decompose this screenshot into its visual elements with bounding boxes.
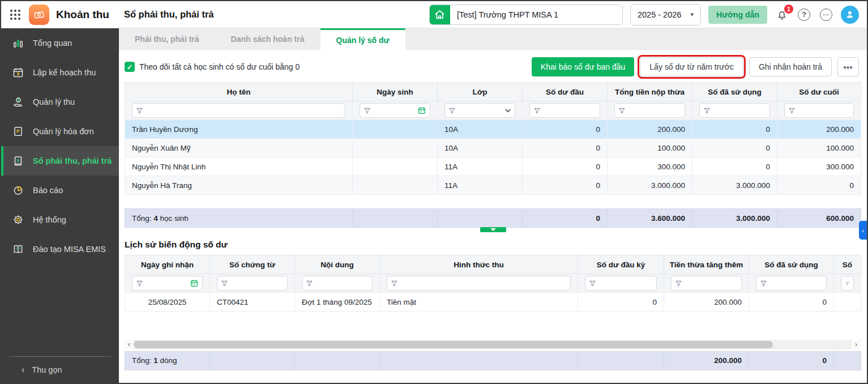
declare-opening-balance-button[interactable]: Khai báo số dư ban đầu bbox=[532, 57, 635, 76]
cell-dob bbox=[353, 157, 438, 176]
help-circle-button[interactable]: ? bbox=[797, 7, 811, 22]
column-header[interactable]: Số chứng từ bbox=[210, 255, 295, 274]
ledger-icon: $ bbox=[12, 155, 24, 167]
filter-funnel-icon bbox=[704, 108, 710, 114]
filter-input-sodasudung2[interactable] bbox=[756, 276, 827, 291]
table-row[interactable]: Nguyễn Thị Nhật Linh 11A 0 300.000 0 300… bbox=[125, 157, 861, 176]
calendar-money-icon: $ bbox=[12, 67, 24, 78]
chevron-left-icon: ‹ bbox=[22, 365, 24, 375]
cell-opening: 0 bbox=[523, 176, 608, 195]
column-header[interactable]: Hình thức thu bbox=[380, 255, 578, 274]
filter-input-noidung[interactable] bbox=[302, 276, 373, 291]
scroll-left-arrow[interactable]: ‹ bbox=[125, 340, 134, 349]
side-panel-expand-tab[interactable]: ‹ bbox=[859, 221, 867, 240]
more-menu-button[interactable]: ··· bbox=[819, 7, 833, 22]
filter-input-sochungtu[interactable] bbox=[217, 276, 288, 291]
sidebar-item-bao-cao[interactable]: Báo cáo bbox=[1, 176, 119, 205]
check-icon: ✓ bbox=[125, 62, 135, 72]
filter-input-sodudauky[interactable] bbox=[585, 276, 657, 291]
column-header[interactable]: Số bbox=[834, 255, 861, 274]
scrollbar-thumb[interactable] bbox=[134, 341, 773, 348]
follow-zero-balance-checkbox[interactable]: ✓ Theo dõi tất cả học sinh có số dư cuối… bbox=[125, 62, 300, 72]
sidebar-item-label: Lập kế hoạch thu bbox=[33, 68, 96, 77]
total-opening: 0 bbox=[523, 209, 608, 228]
filter-input-sodudau[interactable] bbox=[529, 103, 600, 118]
table-row[interactable]: Trần Huyền Dương 10A 0 200.000 0 200.000 bbox=[125, 120, 861, 139]
column-header[interactable]: Tiền thừa tăng thêm bbox=[664, 255, 749, 274]
filter-input-ngayghinhan[interactable] bbox=[132, 276, 203, 291]
sidebar-item-quan-ly-thu[interactable]: $ Quản lý thu bbox=[1, 87, 119, 117]
sidebar-item-tong-quan[interactable]: Tổng quan bbox=[1, 28, 119, 58]
filter-select-lop[interactable] bbox=[444, 103, 515, 118]
totals-label: Tổng: 1 dòng bbox=[125, 351, 210, 370]
cell-overpaid: 300.000 bbox=[608, 157, 692, 176]
column-header[interactable]: Ngày sinh bbox=[353, 83, 438, 101]
total-added: 200.000 bbox=[664, 351, 749, 370]
app-launcher-icon[interactable] bbox=[9, 8, 22, 21]
cell-opening: 0 bbox=[523, 157, 608, 176]
svg-text:$: $ bbox=[17, 71, 20, 76]
totals-label: Tổng: 4 học sinh bbox=[125, 209, 353, 228]
column-header[interactable]: Số dư cuối bbox=[777, 83, 861, 101]
table-row[interactable]: Nguyễn Hà Trang 11A 0 3.000.000 3.000.00… bbox=[125, 176, 861, 195]
svg-text:$: $ bbox=[17, 158, 20, 163]
hand-money-icon: $ bbox=[12, 96, 24, 108]
get-balance-from-previous-year-button[interactable]: Lấy số dư từ năm trước bbox=[640, 57, 743, 76]
sidebar-item-label: Tổng quan bbox=[33, 39, 72, 48]
column-header[interactable]: Lớp bbox=[438, 83, 523, 101]
column-header[interactable]: Ngày ghi nhận bbox=[125, 255, 210, 274]
filter-funnel-icon bbox=[306, 280, 313, 287]
column-header[interactable]: Số dư đầu bbox=[523, 83, 608, 101]
cell-used: 0 bbox=[692, 157, 777, 176]
record-refund-button[interactable]: Ghi nhận hoàn trả bbox=[749, 57, 832, 76]
scroll-right-arrow[interactable]: › bbox=[852, 340, 861, 349]
filter-input-sodasudung[interactable] bbox=[699, 103, 770, 118]
sidebar-item-dao-tao-misa-emis[interactable]: Đào tạo MISA EMIS bbox=[1, 234, 119, 264]
tab-phai-thu-phai-tra[interactable]: Phải thu, phải trả bbox=[119, 28, 215, 50]
table-row[interactable]: 25/08/2025 CT00421 Đợt 1 tháng 09/2025 T… bbox=[125, 293, 861, 312]
cell-opening: 0 bbox=[523, 120, 608, 139]
cell-dob bbox=[353, 139, 438, 157]
guide-button[interactable]: Hướng dẫn bbox=[708, 6, 767, 24]
tab-quan-ly-so-du[interactable]: Quản lý số dư bbox=[320, 28, 405, 50]
cell-date: 25/08/2025 bbox=[125, 293, 210, 312]
column-header[interactable]: Số dư đầu kỳ bbox=[578, 255, 664, 274]
notification-badge: 1 bbox=[784, 5, 793, 14]
question-icon: ? bbox=[798, 8, 810, 21]
sidebar-collapse[interactable]: ‹ Thu gọn bbox=[1, 356, 119, 383]
history-table-filter-row bbox=[125, 274, 861, 293]
tab-danh-sach-hoan-tra[interactable]: Danh sách hoàn trả bbox=[215, 28, 320, 50]
filter-input-ngaysinh[interactable] bbox=[360, 103, 430, 118]
more-actions-button[interactable]: ••• bbox=[837, 57, 859, 76]
school-selector[interactable]: [Test] Trường THPT MISA 1 bbox=[429, 5, 623, 25]
column-header[interactable]: Tổng tiền nộp thừa bbox=[608, 83, 692, 101]
page-title: Sổ phải thu, phải trả bbox=[124, 9, 214, 20]
cell-used: 0 bbox=[749, 293, 834, 312]
user-icon bbox=[844, 9, 856, 20]
user-avatar[interactable] bbox=[841, 6, 859, 24]
scrollbar-track[interactable] bbox=[134, 340, 852, 349]
filter-input-tongtiennopthua[interactable] bbox=[614, 103, 685, 118]
filter-input-tienthuatangthem[interactable] bbox=[671, 276, 742, 291]
balance-table: Họ tên Ngày sinh Lớp Số dư đầu Tổng tiền… bbox=[125, 82, 861, 228]
sidebar-item-he-thong[interactable]: Hệ thống bbox=[1, 205, 119, 234]
table-row[interactable]: Nguyễn Xuân Mỹ 10A 0 100.000 0 100.000 bbox=[125, 139, 861, 157]
column-header[interactable]: Số đã sử dụng bbox=[692, 83, 777, 101]
filter-input-soducuoi[interactable] bbox=[784, 103, 854, 118]
filter-input-cutoff[interactable] bbox=[841, 276, 854, 291]
sidebar-item-quan-ly-hoa-don[interactable]: Quản lý hóa đơn bbox=[1, 117, 119, 146]
notifications-button[interactable]: 1 bbox=[775, 7, 789, 22]
column-header[interactable]: Số đã sử dụng bbox=[749, 255, 834, 274]
filter-input-hinhthucthu[interactable] bbox=[387, 276, 571, 291]
khoan-thu-app-icon[interactable] bbox=[29, 5, 49, 25]
sidebar-item-lap-ke-hoach-thu[interactable]: $ Lập kế hoạch thu bbox=[1, 58, 119, 87]
column-header[interactable]: Nội dung bbox=[295, 255, 380, 274]
column-header[interactable]: Họ tên bbox=[125, 83, 353, 101]
school-year-select[interactable]: 2025 - 2026 ▾ bbox=[630, 4, 701, 25]
collapse-table-toggle[interactable] bbox=[480, 227, 506, 232]
cell-name: Trần Huyền Dương bbox=[125, 120, 353, 139]
sidebar-item-label: Sổ phải thu, phải trả bbox=[33, 156, 112, 165]
open-book-icon bbox=[12, 244, 24, 255]
sidebar-item-so-phai-thu-phai-tra[interactable]: $ Sổ phải thu, phải trả bbox=[1, 146, 119, 176]
filter-input-hoten[interactable] bbox=[132, 103, 345, 118]
